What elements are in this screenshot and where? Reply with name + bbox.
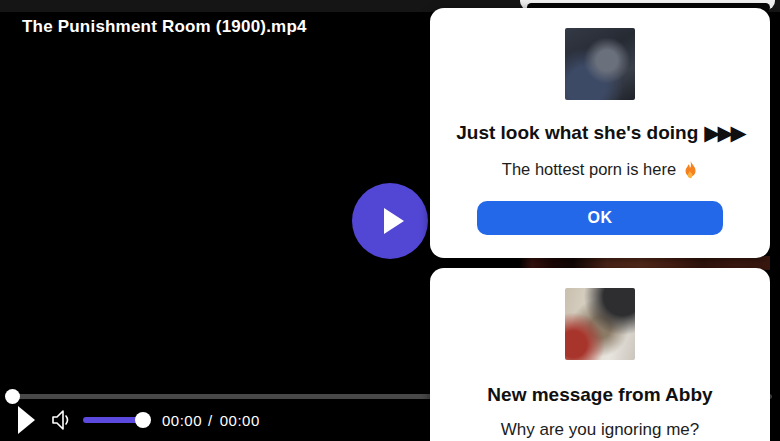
message-subtitle: Why are you ignoring me? xyxy=(501,420,699,440)
message-popup[interactable]: New message from Abby Why are you ignori… xyxy=(430,268,770,441)
time-display: 00:00/00:00 xyxy=(162,412,260,429)
play-arrows-icon: ▶▶▶ xyxy=(704,123,743,144)
seek-bar-thumb[interactable] xyxy=(5,389,20,404)
speaker-icon xyxy=(50,408,72,432)
time-separator: / xyxy=(208,412,213,429)
current-time: 00:00 xyxy=(162,412,202,429)
duration: 00:00 xyxy=(220,412,260,429)
volume-slider-thumb[interactable] xyxy=(135,412,151,428)
promo-thumbnail-image[interactable] xyxy=(565,28,635,100)
mute-button[interactable] xyxy=(50,408,72,432)
message-title: New message from Abby xyxy=(487,384,712,406)
message-thumbnail-image[interactable] xyxy=(565,288,635,360)
big-play-button[interactable] xyxy=(352,183,428,259)
play-button[interactable] xyxy=(18,406,35,434)
fire-icon xyxy=(683,161,698,179)
ok-button[interactable]: OK xyxy=(477,201,723,235)
play-icon xyxy=(384,208,404,234)
promo-subtitle: The hottest porn is here xyxy=(502,160,676,179)
promo-title: Just look what she's doing xyxy=(456,122,698,144)
video-title: The Punishment Room (1900).mp4 xyxy=(22,17,307,37)
volume-slider[interactable] xyxy=(83,417,143,423)
promo-popup[interactable]: Just look what she's doing ▶▶▶ The hotte… xyxy=(430,8,770,258)
